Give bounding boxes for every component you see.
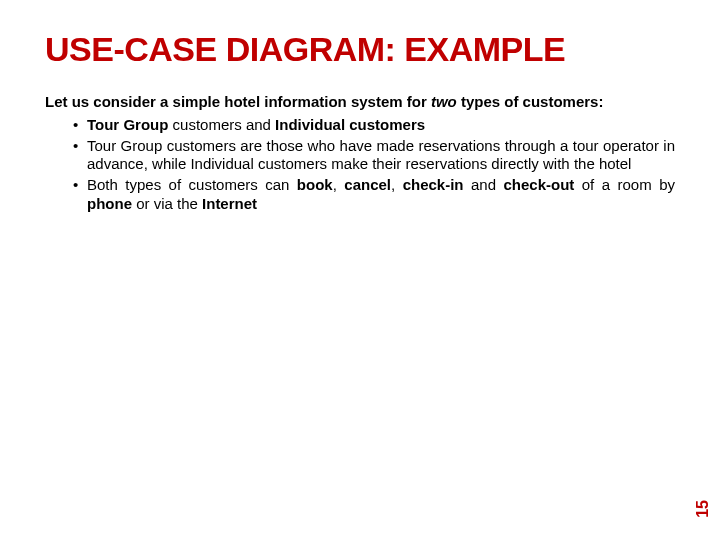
text: customers and [173,116,276,133]
bold-text: Individual customers [275,116,425,133]
list-item: Both types of customers can book, cancel… [73,176,675,214]
text: Both types of customers can [87,176,297,193]
intro-pre: Let us consider a simple hotel informati… [45,93,431,110]
bold-text: cancel [344,176,391,193]
text: , [333,176,345,193]
intro-emphasis: two [431,93,457,110]
intro-text: Let us consider a simple hotel informati… [45,93,675,112]
text: of a room by [582,176,675,193]
bullet-list: Tour Group customers and Individual cust… [45,116,675,214]
bold-text: Tour Group [87,116,173,133]
page-number: 15 [694,500,712,518]
bold-text: phone [87,195,132,212]
bold-text: check-in [403,176,464,193]
bold-text: check-out [503,176,581,193]
list-item: Tour Group customers are those who have … [73,137,675,175]
slide: USE-CASE DIAGRAM: EXAMPLE Let us conside… [0,0,720,236]
bold-text: Internet [202,195,257,212]
list-item: Tour Group customers and Individual cust… [73,116,675,135]
text: or via the [132,195,202,212]
slide-title: USE-CASE DIAGRAM: EXAMPLE [45,30,675,69]
intro-post: types of customers: [457,93,604,110]
text: and [464,176,504,193]
bold-text: book [297,176,333,193]
text: , [391,176,403,193]
